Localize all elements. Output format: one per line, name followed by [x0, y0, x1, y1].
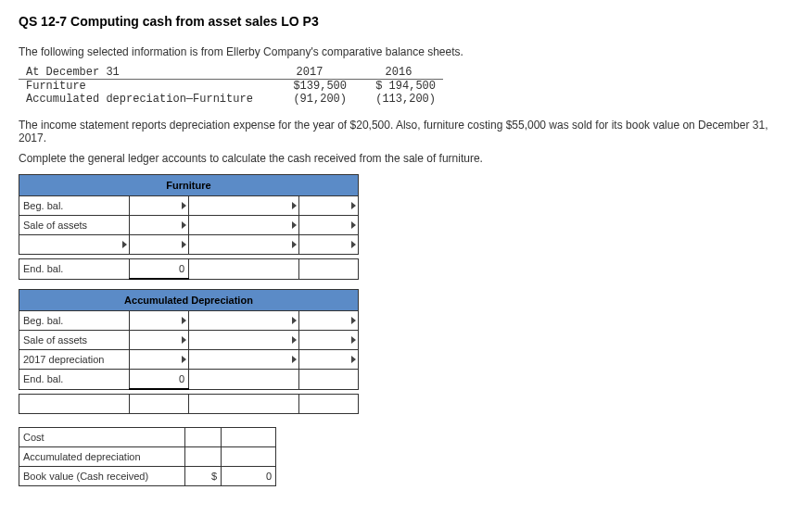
calc-accdep-label: Accumulated depreciation [19, 447, 185, 467]
accdep-depexp-label: 2017 depreciation [19, 350, 130, 370]
accdep-total-label [19, 395, 130, 414]
furn-credit-val-1[interactable] [299, 196, 359, 216]
row-accdep-2016: (113,200) [354, 93, 443, 106]
accdep-credit-val-1[interactable] [299, 311, 359, 331]
furn-credit-desc-3[interactable] [189, 235, 299, 255]
row-accdep-label: Accumulated depreciation—Furniture [19, 93, 265, 106]
accdep-total-debit [130, 395, 189, 414]
accdep-end-credit-val [299, 370, 359, 390]
accdep-credit-desc-1[interactable] [189, 311, 299, 331]
accdep-total-cdesc [189, 395, 299, 414]
accdep-total-credit [299, 395, 359, 414]
accdep-begbal-input[interactable] [130, 311, 189, 331]
balance-sheet-table: At December 31 2017 2016 Furniture $139,… [19, 66, 443, 106]
furn-extra-input[interactable] [130, 235, 189, 255]
row-accdep-2017: (91,200) [265, 93, 354, 106]
accdep-endbal-label: End. bal. [19, 370, 130, 390]
calc-cost-label: Cost [19, 428, 185, 447]
furn-credit-val-2[interactable] [299, 216, 359, 235]
furn-extra-label[interactable] [19, 235, 130, 255]
accdep-ledger: Accumulated Depreciation Beg. bal. Sale … [19, 289, 359, 414]
balance-header: At December 31 [19, 66, 265, 80]
accdep-sale-label: Sale of assets [19, 331, 130, 350]
calc-table: Cost Accumulated depreciation Book value… [19, 427, 276, 486]
paragraph-2: The income statement reports depreciatio… [19, 119, 793, 145]
accdep-depexp-input[interactable] [130, 350, 189, 370]
furn-sale-input[interactable] [130, 216, 189, 235]
row-furniture-label: Furniture [19, 80, 265, 94]
furn-begbal-label: Beg. bal. [19, 196, 130, 216]
row-furniture-2016: $ 194,500 [354, 80, 443, 94]
calc-accdep-sym[interactable] [185, 447, 222, 467]
furn-credit-desc-1[interactable] [189, 196, 299, 216]
furniture-ledger-title: Furniture [19, 175, 359, 196]
page-title: QS 12-7 Computing cash from asset sales … [19, 14, 793, 29]
accdep-sale-input[interactable] [130, 331, 189, 350]
paragraph-3: Complete the general ledger accounts to … [19, 152, 793, 165]
calc-bookvalue-sym: $ [185, 467, 222, 486]
furn-end-credit-val [299, 259, 359, 280]
accdep-credit-val-3[interactable] [299, 350, 359, 370]
year-2016: 2016 [354, 66, 443, 80]
furn-sale-label: Sale of assets [19, 216, 130, 235]
furniture-ledger: Furniture Beg. bal. Sale of assets End. … [19, 174, 359, 280]
row-furniture-2017: $139,500 [265, 80, 354, 94]
calc-bookvalue-label: Book value (Cash received) [19, 467, 185, 486]
accdep-endbal-value: 0 [130, 370, 189, 390]
furn-endbal-value: 0 [130, 259, 189, 280]
furn-endbal-label: End. bal. [19, 259, 130, 280]
accdep-credit-val-2[interactable] [299, 331, 359, 350]
furn-credit-val-3[interactable] [299, 235, 359, 255]
accdep-ledger-title: Accumulated Depreciation [19, 290, 359, 311]
intro-text: The following selected information is fr… [19, 45, 793, 58]
accdep-end-credit-desc [189, 370, 299, 390]
year-2017: 2017 [265, 66, 354, 80]
accdep-credit-desc-2[interactable] [189, 331, 299, 350]
calc-bookvalue-val: 0 [222, 467, 276, 486]
furn-credit-desc-2[interactable] [189, 216, 299, 235]
calc-accdep-val[interactable] [222, 447, 276, 467]
calc-cost-val[interactable] [222, 428, 276, 447]
accdep-credit-desc-3[interactable] [189, 350, 299, 370]
calc-cost-sym[interactable] [185, 428, 222, 447]
accdep-begbal-label: Beg. bal. [19, 311, 130, 331]
furn-end-credit-desc [189, 259, 299, 280]
furn-begbal-input[interactable] [130, 196, 189, 216]
